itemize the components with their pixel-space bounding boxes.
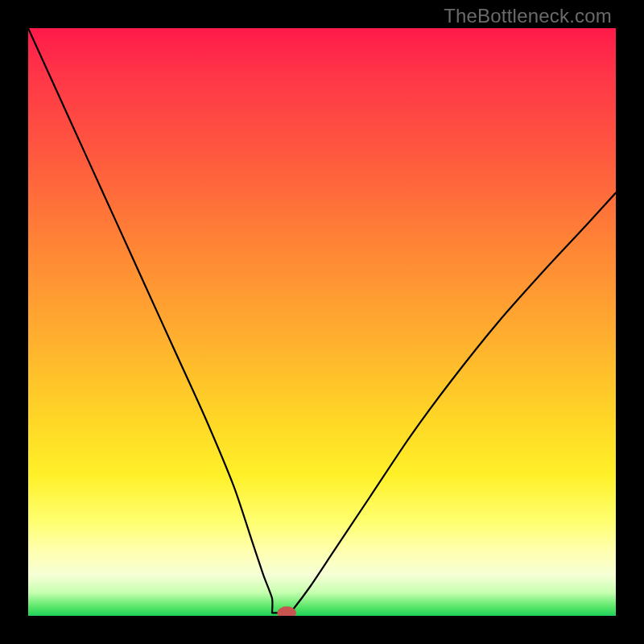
bottleneck-curve xyxy=(28,28,616,616)
plot-area xyxy=(28,28,616,616)
curve-layer xyxy=(28,28,616,616)
watermark-text: TheBottleneck.com xyxy=(444,5,612,27)
chart-frame: TheBottleneck.com xyxy=(0,0,644,644)
